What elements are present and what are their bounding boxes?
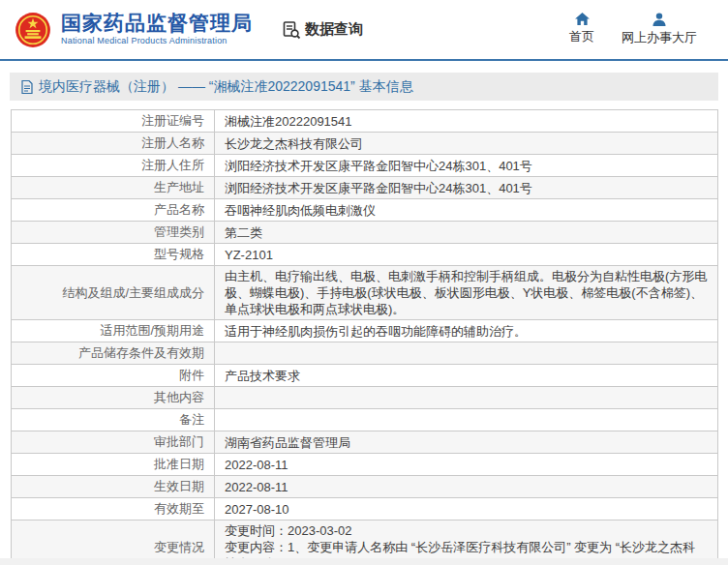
row-label: 批准日期: [12, 454, 215, 475]
row-value: YZ-2101: [215, 244, 717, 265]
table-row: 附件 产品技术要求: [12, 365, 717, 387]
row-value: 2022-08-11: [215, 454, 717, 475]
table-row: 生效日期 2022-08-11: [12, 476, 717, 498]
user-icon: [652, 13, 666, 26]
row-label: 其他内容: [12, 387, 215, 408]
nav-item-service-hall[interactable]: 网上办事大厅: [622, 13, 697, 46]
agency-name-en: National Medical Products Administration: [61, 37, 253, 45]
nav-home-label: 首页: [569, 28, 594, 45]
row-label: 适用范围/预期用途: [12, 320, 215, 342]
row-label: 注册证编号: [12, 110, 215, 132]
row-value: 2022-08-11: [215, 476, 717, 497]
row-label: 产品名称: [12, 199, 215, 221]
table-row: 有效期至 2027-08-10: [12, 498, 717, 520]
row-value: 产品技术要求: [215, 365, 717, 386]
table-row: 备注: [12, 409, 717, 431]
page-icon: [21, 80, 33, 94]
header-nav: 首页 网上办事大厅: [569, 13, 697, 46]
national-emblem-icon: [15, 12, 51, 48]
table-row: 注册证编号 湘械注准20222091541: [12, 110, 717, 133]
table-row: 注册人住所 浏阳经济技术开发区康平路金阳智中心24栋301、401号: [12, 155, 717, 177]
row-value: 湘械注准20222091541: [215, 110, 717, 132]
row-label: 注册人名称: [12, 133, 215, 154]
agency-name-cn: 国家药品监督管理局: [61, 13, 253, 34]
row-value: [215, 387, 717, 408]
data-query-button[interactable]: 数据查询: [282, 20, 363, 40]
row-value: 湖南省药品监督管理局: [215, 431, 717, 453]
header: 国家药品监督管理局 National Medical Products Admi…: [0, 0, 728, 59]
table-row: 结构及组成/主要组成成分 由主机、电疗输出线、电极、电刺激手柄和控制手柄组成。电…: [12, 266, 717, 320]
row-label: 型号规格: [12, 244, 215, 265]
row-label: 审批部门: [12, 431, 215, 453]
registration-details-table: 注册证编号 湘械注准20222091541 注册人名称 长沙龙之杰科技有限公司 …: [11, 109, 718, 565]
table-row: 管理类别 第二类: [12, 222, 717, 244]
header-divider: [0, 59, 728, 61]
agency-logo[interactable]: 国家药品监督管理局 National Medical Products Admi…: [15, 12, 253, 48]
row-value: 长沙龙之杰科技有限公司: [215, 133, 717, 154]
row-label: 生产地址: [12, 177, 215, 198]
table-row: 产品储存条件及有效期: [12, 342, 717, 365]
row-value: 适用于神经肌肉损伤引起的吞咽功能障碍的辅助治疗。: [215, 320, 717, 342]
table-row: 型号规格 YZ-2101: [12, 244, 717, 266]
row-value: 2027-08-10: [215, 498, 717, 520]
table-row: 其他内容: [12, 387, 717, 409]
row-value: 浏阳经济技术开发区康平路金阳智中心24栋301、401号: [215, 155, 717, 176]
agency-titles: 国家药品监督管理局 National Medical Products Admi…: [61, 13, 253, 45]
bottom-strip: [0, 558, 728, 565]
row-label: 注册人住所: [12, 155, 215, 176]
row-label: 备注: [12, 409, 215, 431]
breadcrumb: 境内医疗器械（注册） —— “湘械注准20222091541” 基本信息: [10, 73, 718, 101]
nav-item-home[interactable]: 首页: [569, 13, 594, 45]
row-value: 吞咽神经肌肉低频电刺激仪: [215, 199, 717, 221]
table-row: 注册人名称 长沙龙之杰科技有限公司: [12, 133, 717, 155]
data-query-label: 数据查询: [305, 20, 363, 39]
row-value: [215, 342, 717, 364]
row-value: 由主机、电疗输出线、电极、电刺激手柄和控制手柄组成。电极分为自粘性电极(方形电极…: [215, 266, 717, 319]
nav-service-hall-label: 网上办事大厅: [622, 29, 697, 46]
document-search-icon: [282, 20, 301, 40]
row-value: 第二类: [215, 222, 717, 243]
row-value: 浏阳经济技术开发区康平路金阳智中心24栋301、401号: [215, 177, 717, 198]
row-label: 结构及组成/主要组成成分: [12, 266, 215, 319]
page-title: 境内医疗器械（注册） —— “湘械注准20222091541” 基本信息: [39, 78, 413, 96]
table-row: 产品名称 吞咽神经肌肉低频电刺激仪: [12, 199, 717, 222]
row-label: 有效期至: [12, 498, 215, 520]
row-label: 附件: [12, 365, 215, 386]
row-label: 产品储存条件及有效期: [12, 342, 215, 364]
table-row: 适用范围/预期用途 适用于神经肌肉损伤引起的吞咽功能障碍的辅助治疗。: [12, 320, 717, 342]
home-icon: [575, 13, 590, 25]
row-label: 管理类别: [12, 222, 215, 243]
table-row: 批准日期 2022-08-11: [12, 454, 717, 476]
table-row: 生产地址 浏阳经济技术开发区康平路金阳智中心24栋301、401号: [12, 177, 717, 199]
row-value: [215, 409, 717, 431]
row-label: 生效日期: [12, 476, 215, 497]
table-row: 审批部门 湖南省药品监督管理局: [12, 431, 717, 454]
